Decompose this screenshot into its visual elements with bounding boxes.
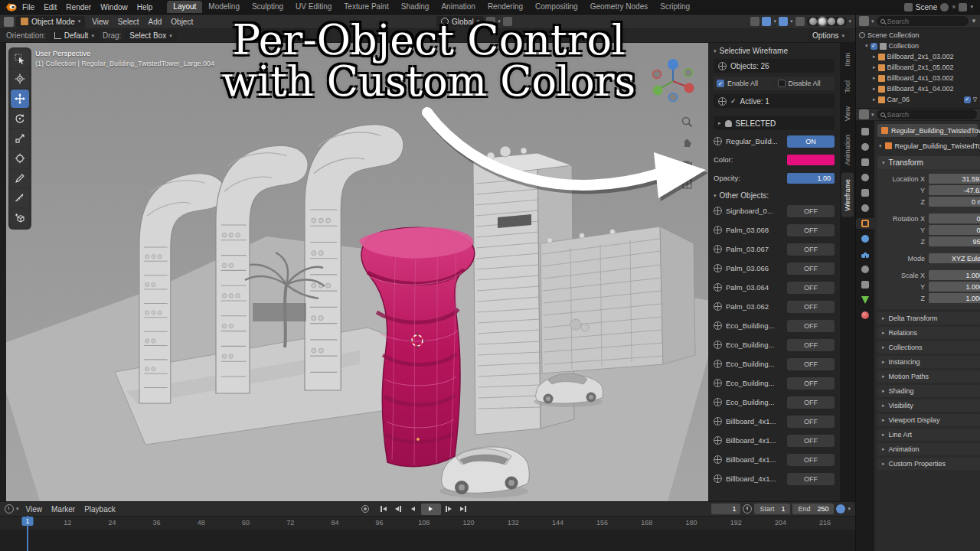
viewport-menu-item[interactable]: Object: [166, 16, 198, 28]
expand-icon[interactable]: ▸: [873, 96, 876, 103]
overlays-icon[interactable]: [779, 17, 788, 26]
viewport-menu-item[interactable]: View: [87, 16, 113, 28]
timeline-menu-item[interactable]: Playback: [80, 504, 120, 515]
snap-magnet-icon[interactable]: [486, 17, 495, 26]
wireframe-off-button[interactable]: OFF: [787, 339, 835, 351]
tool-cursor-button[interactable]: [11, 70, 29, 88]
start-frame-field[interactable]: Start 1: [754, 504, 790, 514]
gizmos-icon[interactable]: [762, 17, 771, 26]
app-menu-item[interactable]: File: [18, 2, 39, 13]
wireframe-off-button[interactable]: OFF: [787, 262, 835, 275]
timeline-menu-item[interactable]: Marker: [47, 504, 80, 515]
workspace-tab[interactable]: Rendering: [482, 1, 529, 13]
building-back-right[interactable]: [541, 227, 695, 373]
camera-view-icon[interactable]: [681, 158, 693, 171]
auto-keying-button[interactable]: [359, 504, 372, 515]
transform-panel-header[interactable]: ▾ Transform: [877, 156, 980, 169]
collapsed-section[interactable]: ▸ Collections: [877, 341, 980, 354]
viewport-menu-item[interactable]: Add: [144, 16, 167, 28]
wireframe-off-button[interactable]: OFF: [787, 435, 835, 447]
workspace-tab[interactable]: Compositing: [529, 1, 584, 13]
wireframe-off-button[interactable]: OFF: [787, 320, 835, 332]
properties-search[interactable]: [877, 109, 977, 119]
app-menu-item[interactable]: Window: [96, 2, 132, 13]
color-swatch[interactable]: [787, 155, 835, 165]
sidebar-tab[interactable]: Animation: [841, 129, 854, 171]
field-value[interactable]: 0°: [929, 214, 980, 223]
zoom-icon[interactable]: [681, 116, 693, 129]
visibility-icon[interactable]: ∇: [973, 96, 977, 103]
xray-toggle-icon[interactable]: [795, 17, 805, 26]
properties-breadcrumb[interactable]: Regular_Building_TwistedTower: [877, 124, 978, 137]
collapsed-section[interactable]: ▸ Visibility: [877, 399, 980, 412]
mode-selector[interactable]: Object Mode ▾: [16, 16, 85, 28]
object-name-row[interactable]: ▾ Regular_Building_TwistedTow: [877, 139, 980, 152]
tool-add-cube-button[interactable]: [11, 209, 29, 227]
outliner-row-object[interactable]: ▸ Billboard_2x1_03.002: [856, 51, 980, 62]
timeline-ruler[interactable]: 1224364860728496108120132144156168180192…: [0, 516, 855, 530]
tab-modifiers[interactable]: [856, 233, 874, 244]
outliner-row-collection[interactable]: ▾ ✓ Collection: [856, 41, 980, 51]
field-value[interactable]: 31.593: [929, 174, 980, 184]
use-preview-range-icon[interactable]: [743, 504, 752, 514]
end-frame-field[interactable]: End 250: [792, 504, 834, 514]
collapsed-section[interactable]: ▸ Custom Properties: [877, 458, 980, 470]
current-frame-field[interactable]: 1: [711, 504, 740, 514]
wireframe-on-button[interactable]: ON: [787, 135, 835, 148]
workspace-tab[interactable]: UV Editing: [289, 1, 338, 13]
scene-name[interactable]: Scene: [916, 3, 937, 11]
tab-object[interactable]: [856, 218, 874, 229]
options-dropdown[interactable]: Options ▾: [808, 30, 849, 41]
field-value[interactable]: XYZ Euler: [929, 253, 980, 263]
timeline-track-area[interactable]: [0, 530, 855, 551]
app-menu-item[interactable]: Render: [61, 2, 96, 13]
tab-scene[interactable]: [856, 187, 874, 198]
opacity-slider[interactable]: 1.00: [787, 173, 835, 184]
outliner-row-scene-collection[interactable]: Scene Collection: [856, 30, 980, 41]
selected-section-header[interactable]: ▸ SELECTED: [714, 116, 835, 130]
wireframe-off-button[interactable]: OFF: [787, 396, 835, 409]
sidebar-tab[interactable]: Item: [841, 47, 854, 73]
tab-material[interactable]: [856, 310, 874, 321]
workspace-tab[interactable]: Scripting: [654, 1, 696, 13]
outliner-row-car[interactable]: ▸ Car_06 ✓ ∇: [856, 94, 980, 105]
shading-solid-icon[interactable]: [818, 18, 826, 25]
filter-icon[interactable]: ▼: [971, 18, 977, 24]
field-value[interactable]: 1.000: [929, 270, 980, 280]
wireframe-off-button[interactable]: OFF: [787, 416, 835, 428]
outliner-row-object[interactable]: ▸ Billboard_2x1_05.002: [856, 62, 980, 73]
prev-keyframe-button[interactable]: [392, 504, 405, 515]
wireframe-off-button[interactable]: OFF: [787, 282, 835, 294]
drag-dropdown[interactable]: Select Box ▾: [125, 30, 176, 41]
wireframe-off-button[interactable]: OFF: [787, 454, 835, 466]
orthographic-grid-icon[interactable]: [681, 178, 693, 191]
tab-object-data[interactable]: [856, 295, 874, 305]
panel-header[interactable]: ▾ Selective Wireframe: [714, 47, 835, 55]
tab-particles[interactable]: [856, 249, 874, 259]
disable-all-button[interactable]: Disable All: [775, 77, 835, 90]
tool-move-button[interactable]: [11, 90, 29, 108]
tab-output[interactable]: [856, 157, 874, 168]
sidebar-tab[interactable]: Tool: [841, 74, 854, 99]
field-value[interactable]: 0°: [929, 225, 980, 235]
tab-physics[interactable]: [856, 264, 874, 275]
expand-icon[interactable]: ▸: [873, 54, 876, 60]
tab-constraints[interactable]: [856, 279, 874, 290]
next-keyframe-button[interactable]: [443, 504, 456, 515]
app-menu-item[interactable]: Edit: [39, 2, 61, 13]
shading-dropdown-icon[interactable]: ▾: [849, 18, 852, 24]
workspace-tab[interactable]: Geometry Nodes: [584, 1, 655, 13]
field-value[interactable]: 1.000: [929, 293, 980, 303]
collapsed-section[interactable]: ▸ Relations: [877, 327, 980, 339]
editor-type-icon[interactable]: [4, 17, 14, 27]
proportional-editing-icon[interactable]: [503, 17, 512, 26]
workspace-tab[interactable]: Sculpting: [246, 1, 289, 13]
field-value[interactable]: 1.000: [929, 282, 980, 292]
collapsed-section[interactable]: ▸ Delta Transform: [877, 312, 980, 324]
pan-hand-icon[interactable]: [681, 137, 693, 150]
field-value[interactable]: 95°: [929, 236, 980, 246]
jump-to-end-button[interactable]: [457, 504, 470, 515]
workspace-tab[interactable]: Layout: [167, 1, 202, 13]
orientation-dropdown[interactable]: Default ▾: [50, 30, 99, 41]
shading-wireframe-icon[interactable]: [809, 18, 817, 25]
